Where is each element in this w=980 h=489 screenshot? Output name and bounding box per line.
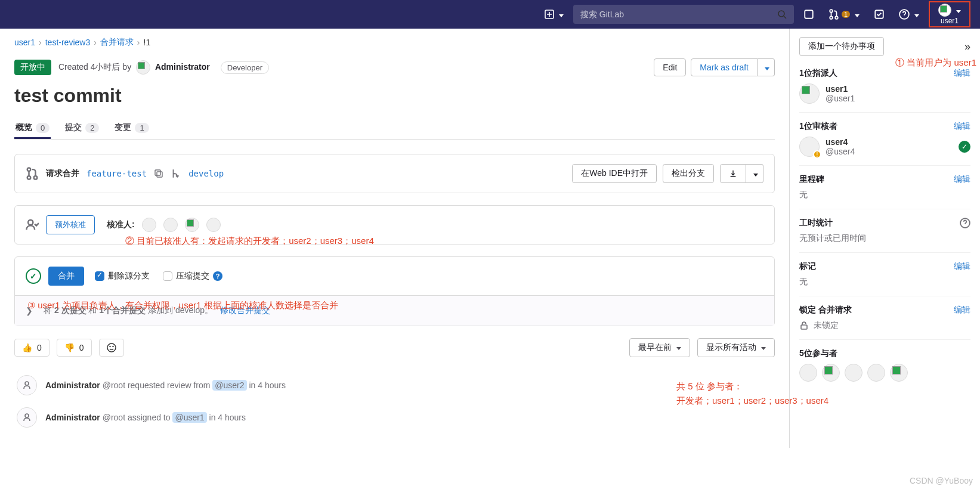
avatar — [938, 4, 951, 17]
svg-point-17 — [25, 382, 29, 385]
squash-checkbox[interactable]: 压缩提交 ? — [163, 271, 222, 281]
edit-merge-commit-link[interactable]: 修改合并提交 — [220, 305, 270, 316]
download-button[interactable] — [720, 164, 746, 183]
user-menu[interactable]: user1 — [929, 1, 970, 27]
labels-value: 无 — [799, 277, 970, 287]
crumb-user[interactable]: user1 — [14, 38, 35, 47]
edit-reviewers[interactable]: 编辑 — [954, 121, 970, 132]
lock-value: 未锁定 — [814, 320, 839, 331]
reviewers-title: 1位审核者 — [799, 121, 837, 132]
merge-request-icon — [26, 167, 39, 180]
reviewer-avatar[interactable]: ! — [799, 137, 820, 157]
merge-button[interactable]: 合并 — [48, 267, 84, 286]
todos-link[interactable] — [869, 5, 889, 23]
svg-point-16 — [113, 346, 113, 347]
merge-requests-link[interactable]: 1 — [824, 5, 864, 23]
target-branch-link[interactable]: develop — [188, 169, 224, 178]
labels-title: 标记 — [799, 261, 816, 272]
author-avatar — [136, 60, 150, 75]
timeline-author[interactable]: Administrator — [45, 413, 100, 422]
svg-point-15 — [110, 346, 110, 347]
source-branch-link[interactable]: feature-test — [86, 169, 147, 178]
checkout-button[interactable]: 检出分支 — [663, 164, 714, 183]
svg-rect-2 — [805, 10, 813, 18]
user-mention[interactable]: @user1 — [172, 412, 206, 423]
squash-help-icon[interactable]: ? — [213, 271, 222, 281]
edit-labels[interactable]: 编辑 — [954, 261, 970, 272]
download-dropdown[interactable] — [746, 164, 763, 183]
download-icon — [729, 169, 737, 178]
approver-avatar-4[interactable] — [206, 218, 221, 232]
approval-icon — [26, 218, 39, 231]
mark-draft-button[interactable]: Mark as draft — [691, 58, 758, 76]
edit-lock[interactable]: 编辑 — [954, 305, 970, 315]
username: user1 — [941, 17, 959, 25]
svg-point-9 — [27, 176, 31, 179]
collapse-sidebar-button[interactable]: » — [964, 41, 970, 53]
approver-avatar-2[interactable] — [163, 218, 178, 232]
svg-point-13 — [28, 220, 33, 225]
new-button[interactable] — [540, 6, 568, 23]
participant-avatar[interactable] — [890, 364, 908, 382]
sort-oldest-button[interactable]: 最早在前 — [629, 338, 690, 357]
help-link[interactable] — [894, 5, 924, 23]
participants-title: 5位参与者 — [799, 348, 837, 359]
approver-avatar-3[interactable] — [185, 218, 199, 232]
assignee-avatar[interactable] — [799, 83, 820, 104]
svg-point-8 — [27, 168, 31, 171]
help-icon — [899, 9, 910, 20]
lock-title: 锁定 合并请求 — [799, 305, 852, 315]
search-field[interactable] — [580, 10, 777, 19]
tab-overview[interactable]: 概览0 — [14, 116, 51, 139]
merge-ready-icon: ✓ — [26, 268, 41, 284]
thumbs-up-button[interactable]: 👍 0 — [14, 339, 50, 357]
crumb-id: !1 — [144, 38, 151, 47]
add-todo-button[interactable]: 添加一个待办事项 — [799, 37, 884, 56]
svg-point-3 — [830, 10, 833, 13]
copy-branch-button[interactable] — [154, 169, 163, 178]
mark-draft-dropdown[interactable] — [758, 58, 775, 76]
tab-commits[interactable]: 提交2 — [64, 116, 100, 139]
status-badge: 开放中 — [14, 60, 51, 75]
svg-rect-20 — [801, 325, 807, 329]
merge-icon — [828, 9, 839, 20]
unlock-icon — [799, 321, 809, 330]
open-web-ide-button[interactable]: 在Web IDE中打开 — [572, 164, 657, 183]
timeline-item: Administrator @root requested review fro… — [14, 369, 775, 401]
commits-summary-row[interactable]: ❯ 将 2 次提交 和 1个合并提交 添加到 develop。 修改合并提交 — [15, 295, 774, 326]
svg-point-4 — [830, 16, 833, 19]
page-title: test commit — [14, 85, 775, 107]
delete-source-checkbox[interactable]: 删除源分支 — [95, 271, 150, 281]
reviewer-name[interactable]: user4 — [826, 137, 848, 147]
todo-icon — [874, 9, 885, 20]
participant-avatar[interactable] — [845, 364, 862, 382]
mr-badge: 1 — [842, 11, 850, 18]
extra-approve-button[interactable]: 额外核准 — [46, 215, 95, 234]
participant-avatar[interactable] — [867, 364, 885, 382]
timeline-author[interactable]: Administrator — [45, 380, 100, 390]
tab-changes[interactable]: 变更1 — [113, 116, 150, 139]
crumb-mr[interactable]: 合并请求 — [100, 37, 134, 48]
svg-rect-12 — [155, 170, 160, 175]
plus-icon — [545, 10, 554, 19]
svg-point-14 — [107, 343, 116, 352]
filter-all-button[interactable]: 显示所有活动 — [697, 338, 775, 357]
edit-milestone[interactable]: 编辑 — [954, 174, 970, 185]
participant-avatar[interactable] — [799, 364, 817, 382]
crumb-project[interactable]: test-review3 — [45, 38, 90, 47]
edit-button[interactable]: Edit — [654, 58, 686, 76]
edit-assignees[interactable]: 编辑 — [954, 68, 970, 79]
approver-avatar-1[interactable] — [142, 218, 156, 232]
issues-link[interactable] — [799, 5, 819, 23]
add-reaction-button[interactable] — [99, 339, 124, 357]
created-by-text: Created 4小时后 by Administrator — [58, 60, 210, 75]
timeline-item: Administrator @root assigned to @user1 i… — [14, 401, 775, 434]
search-input[interactable] — [573, 5, 794, 24]
assignee-name[interactable]: user1 — [826, 84, 848, 94]
time-title: 工时统计 — [799, 218, 833, 228]
approved-icon: ✓ — [959, 141, 970, 153]
user-mention[interactable]: @user2 — [212, 380, 246, 391]
participant-avatar[interactable] — [822, 364, 840, 382]
thumbs-down-button[interactable]: 👎 0 — [57, 339, 92, 357]
time-help-icon[interactable] — [960, 218, 970, 228]
